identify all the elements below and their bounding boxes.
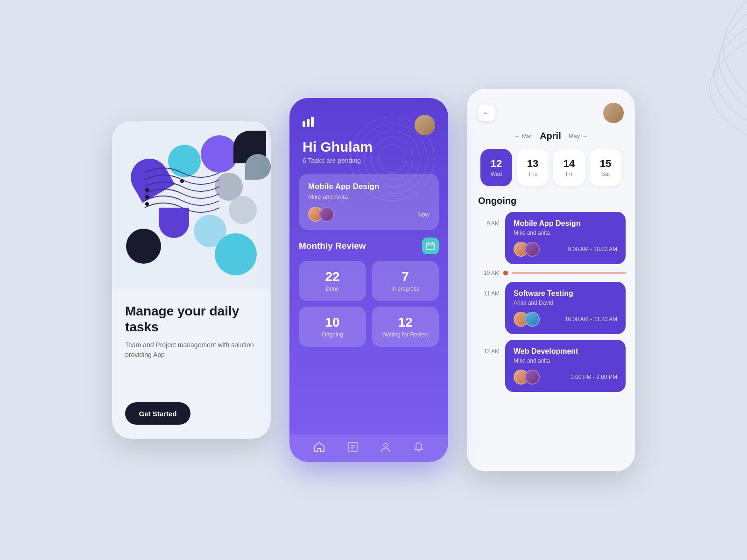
calendar-icon-button[interactable] <box>422 238 439 254</box>
event-avatar-2b <box>525 312 540 327</box>
time-1pm: 12 AM <box>476 340 500 355</box>
timeline-event-1: 9 AM Mobile App Design Mike and anita 9.… <box>476 212 626 264</box>
event-time-2: 10.00 AM - 11.20 AM <box>565 316 617 322</box>
event-time-3: 1:00 PM - 2:00 PM <box>571 374 617 380</box>
event-avatars-1 <box>514 242 536 257</box>
event-title-1: Mobile App Design <box>514 219 617 228</box>
current-time-dot <box>503 271 508 275</box>
svg-point-2 <box>145 202 149 206</box>
monthly-review-title: Monthly Review <box>299 241 366 251</box>
stat-inprogress: 7 In progress <box>372 261 439 301</box>
event-participants-1: Mike and anita <box>514 230 617 236</box>
time-11am: 11 AM <box>476 282 500 297</box>
screen1-content-area: Manage your daily tasks Team and Project… <box>112 289 271 439</box>
date-num-12: 12 <box>491 158 502 170</box>
svg-point-1 <box>145 195 149 199</box>
svg-rect-12 <box>427 243 434 250</box>
svg-point-3 <box>180 179 184 183</box>
screen1-artwork <box>112 121 271 289</box>
event-card-mobile-design[interactable]: Mobile App Design Mike and anita 9.00 AM… <box>505 212 626 264</box>
event-avatars-2 <box>514 312 536 327</box>
prev-month-button[interactable]: ← Mar <box>514 133 532 140</box>
current-month: April <box>540 131 561 141</box>
time-divider-label: 10 AM <box>476 270 500 276</box>
svg-rect-11 <box>311 117 314 127</box>
stat-waiting-number: 12 <box>380 315 430 330</box>
avatar-anita <box>319 207 334 222</box>
prev-month-label: Mar <box>522 133 532 140</box>
date-num-13: 13 <box>527 158 538 170</box>
stat-done: 22 Done <box>299 261 366 301</box>
event-participants-2: Anita and David <box>514 300 617 306</box>
svg-point-20 <box>384 443 388 447</box>
timeline-event-2: 11 AM Software Testing Anita and David 1… <box>476 282 626 334</box>
task-time-1: Now <box>417 211 430 218</box>
art-shape <box>215 233 257 275</box>
stat-ongoing-number: 10 <box>307 315 358 330</box>
current-time-divider: 10 AM <box>476 270 626 276</box>
greeting-text: Hi Ghulam <box>303 139 435 155</box>
stat-done-label: Done <box>326 286 339 292</box>
art-shape <box>245 154 271 180</box>
stat-ongoing: 10 Ongoing <box>299 307 366 347</box>
screen2-dashboard: Hi Ghulam 6 Tasks are pending Mobile App… <box>289 98 448 462</box>
time-9am: 9 AM <box>476 212 500 227</box>
event-time-1: 9.00 AM - 10.00 AM <box>568 246 617 252</box>
timeline-event-3: 12 AM Web Development Mike and anita 1:0… <box>476 340 626 392</box>
event-card-web-dev[interactable]: Web Development Mike and anita 1:00 PM -… <box>505 340 626 392</box>
screen1-subtitle: Team and Project management with solutio… <box>125 340 258 360</box>
stat-waiting-label: Waiting for Review <box>382 331 429 338</box>
event-avatars-3 <box>514 370 536 385</box>
event-title-3: Web Development <box>514 347 617 356</box>
back-button[interactable]: ← <box>478 105 495 121</box>
svg-rect-10 <box>307 119 310 127</box>
stats-grid: 22 Done 7 In progress 10 Ongoing 12 Wait… <box>299 261 439 347</box>
ongoing-section-title: Ongoing <box>467 196 635 212</box>
date-day-13: Thu <box>528 171 538 177</box>
date-12[interactable]: 12 Wed <box>480 149 512 186</box>
timeline-view: 9 AM Mobile App Design Mike and anita 9.… <box>467 212 635 471</box>
date-13[interactable]: 13 Thu <box>517 149 549 186</box>
nav-person[interactable] <box>381 442 390 455</box>
event-card-software-testing[interactable]: Software Testing Anita and David 10.00 A… <box>505 282 626 334</box>
nav-home[interactable] <box>314 442 324 455</box>
svg-point-0 <box>145 188 149 192</box>
screen2-header: Hi Ghulam 6 Tasks are pending <box>289 98 448 174</box>
participant-avatars <box>308 207 331 222</box>
svg-rect-9 <box>303 121 305 127</box>
stat-inprogress-number: 7 <box>380 269 430 284</box>
event-participants-3: Mike and anita <box>514 357 617 364</box>
screen2-body: Mobile App Design Mike and Anita Now Mon… <box>289 174 448 434</box>
event-title-2: Software Testing <box>514 289 617 298</box>
date-day-12: Wed <box>491 171 502 177</box>
stat-ongoing-label: Ongoing <box>322 331 343 338</box>
stat-done-number: 22 <box>307 269 358 284</box>
bottom-nav <box>289 434 448 462</box>
event-avatar-3b <box>525 370 540 385</box>
screen1-onboarding: Manage your daily tasks Team and Project… <box>112 121 271 439</box>
stat-inprogress-label: In progress <box>391 286 419 292</box>
stat-waiting: 12 Waiting for Review <box>372 307 439 347</box>
monthly-review-header: Monthly Review <box>299 238 439 254</box>
nav-document[interactable] <box>348 442 358 455</box>
tasks-pending-text: 6 Tasks are pending <box>303 157 435 164</box>
event-avatar-1b <box>525 242 540 257</box>
user-avatar <box>415 115 435 135</box>
current-time-line <box>512 273 626 273</box>
nav-bell[interactable] <box>414 442 423 455</box>
screen1-title: Manage your daily tasks <box>125 303 258 335</box>
get-started-button[interactable]: Get Started <box>125 402 190 425</box>
